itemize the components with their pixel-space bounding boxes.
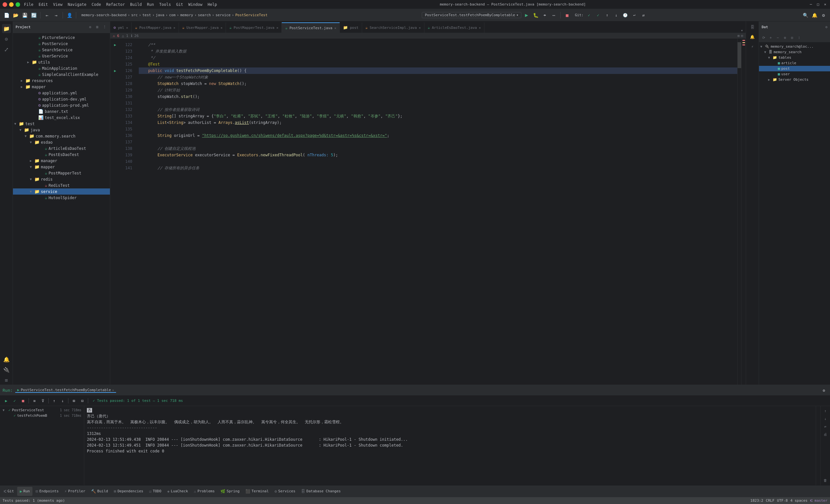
- menu-window[interactable]: Window: [188, 2, 202, 7]
- tree-item-articleesdaotest[interactable]: ☕ ArticleEsDaoTest: [13, 145, 110, 152]
- scroll-down-button[interactable]: ↓: [822, 415, 829, 422]
- breadcrumb-root[interactable]: memory-search-backend: [82, 13, 126, 17]
- breadcrumb-search[interactable]: search: [198, 13, 211, 17]
- soft-wrap-button[interactable]: ⇌: [822, 423, 829, 430]
- db-refresh-button[interactable]: ⟳: [760, 34, 767, 41]
- scroll-thumb[interactable]: [738, 42, 741, 68]
- tab-articleesdaotest-close[interactable]: ✕: [479, 26, 481, 30]
- sidebar-icon-notifications[interactable]: 🔔: [2, 355, 11, 364]
- tab-postmappertest-close[interactable]: ✕: [276, 26, 278, 30]
- tree-item-applicationdevyml[interactable]: ⚙ application-dev.yml: [13, 96, 110, 102]
- tree-item-simplecanalclient[interactable]: ☕ SimpleCanalClientExample: [13, 71, 110, 77]
- tab-postservicetest[interactable]: ☕ PostServiceTest.java ✕: [282, 22, 340, 33]
- menu-tools[interactable]: Tools: [159, 2, 171, 7]
- stop-button[interactable]: ■: [563, 11, 571, 19]
- tab-postmapper[interactable]: ☕ PostMapper.java ✕: [132, 22, 179, 33]
- notifications-sidebar-icon[interactable]: 🔔: [748, 32, 757, 41]
- run-tests-button[interactable]: ✓: [11, 397, 18, 404]
- win-close-icon[interactable]: ✕: [823, 2, 827, 7]
- minimize-button[interactable]: [9, 2, 13, 7]
- tab-searchserviceimpl-close[interactable]: ✕: [419, 26, 421, 30]
- print-button[interactable]: 🖨: [822, 431, 829, 438]
- nav-todo[interactable]: ☑ TODO: [147, 487, 164, 496]
- stop-tests-button[interactable]: ■: [20, 397, 27, 404]
- tree-item-java[interactable]: ▼ 📁 java: [13, 127, 110, 133]
- breadcrumb-file[interactable]: PostServiceTest: [235, 13, 267, 17]
- settings-button[interactable]: ⚙: [820, 11, 827, 19]
- coverage-button[interactable]: ☂: [541, 11, 549, 19]
- user-button[interactable]: 👤: [65, 11, 73, 19]
- status-encoding[interactable]: UTF-8: [777, 499, 788, 503]
- tab-articleesdaotest[interactable]: ☕ ArticleEsDaoTest.java ✕: [424, 22, 484, 33]
- tree-item-esdao[interactable]: ▼ 📁 esdao: [13, 139, 110, 145]
- tree-item-utils[interactable]: ▶ 📁 utils: [13, 59, 110, 65]
- db-table-user[interactable]: ▦ user: [759, 71, 830, 77]
- tree-item-bannertxt[interactable]: 📄 banner.txt: [13, 108, 110, 115]
- breadcrumb-java[interactable]: java: [156, 13, 164, 17]
- menu-refactor[interactable]: Refactor: [106, 2, 125, 7]
- status-indent[interactable]: 4 spaces: [791, 499, 808, 503]
- menu-help[interactable]: Help: [208, 2, 217, 7]
- git-push-button[interactable]: ✓: [595, 12, 602, 19]
- tab-postmappertest[interactable]: ☕ PostMapperTest.java ✕: [226, 22, 282, 33]
- menu-edit[interactable]: Edit: [39, 2, 48, 7]
- rerun-button[interactable]: ▶: [3, 397, 10, 404]
- breadcrumb-com[interactable]: com: [169, 13, 175, 17]
- db-add-button[interactable]: +: [767, 34, 774, 41]
- tree-item-pictureservice[interactable]: ☕ PictureService: [13, 34, 110, 40]
- close-button[interactable]: [3, 2, 7, 7]
- nav-spring[interactable]: 🌿 Spring: [218, 487, 242, 496]
- db-properties-button[interactable]: ⚙: [782, 34, 788, 41]
- menu-file[interactable]: File: [24, 2, 33, 7]
- bottom-scrollbar[interactable]: [816, 406, 820, 485]
- nav-endpoints[interactable]: ⊡ Endpoints: [33, 487, 61, 496]
- breadcrumb-src[interactable]: src: [131, 13, 138, 17]
- run-tab-close[interactable]: ✕: [112, 388, 114, 392]
- db-panel-settings-icon[interactable]: ⚙: [825, 25, 827, 29]
- test-tree-postservicetest[interactable]: ▼ ✓ PostServiceTest 1 sec 718ms: [0, 407, 84, 413]
- tree-item-hutoolspider[interactable]: ☕ HutoolSpider: [13, 195, 110, 201]
- nav-problems[interactable]: ⚠ Problems: [191, 487, 217, 496]
- nav-profiler[interactable]: ⚡ Profiler: [62, 487, 88, 496]
- tab-postmapper-close[interactable]: ✕: [173, 26, 175, 30]
- menu-code[interactable]: Code: [92, 2, 101, 7]
- tree-item-postesdaotest[interactable]: ☕ PostEsDaoTest: [13, 152, 110, 158]
- previous-fail-button[interactable]: ↑: [51, 397, 58, 404]
- tree-item-mapper-res[interactable]: ▶ 📁 mapper: [13, 84, 110, 90]
- win-maximize-icon[interactable]: □: [816, 2, 820, 7]
- db-table-post[interactable]: ▦ post: [759, 66, 830, 71]
- scroll-up-button[interactable]: ↑: [822, 407, 829, 414]
- menu-view[interactable]: View: [53, 2, 63, 7]
- notifications-button[interactable]: 🔔: [810, 11, 818, 19]
- panel-gear-icon[interactable]: ⋮: [101, 24, 107, 30]
- test-tree-fetchpoem[interactable]: ✓ testFetchPoemB 1 sec 718ms: [0, 413, 84, 418]
- tab-searchserviceimpl[interactable]: ☕ SearchServiceImpl.java ✕: [362, 22, 424, 33]
- tree-item-mapper-test[interactable]: ▼ 📁 mapper: [13, 164, 110, 170]
- nav-database[interactable]: 🗄 Database Changes: [298, 487, 343, 496]
- db-schema-button[interactable]: ⫶: [796, 34, 802, 41]
- database-sidebar-icon[interactable]: 🗄: [748, 23, 757, 32]
- nav-services[interactable]: ⚙ Services: [272, 487, 298, 496]
- git-rollback-button[interactable]: ↩: [631, 12, 638, 19]
- tree-item-test[interactable]: ▼ 📁 test: [13, 121, 110, 127]
- run-config-selector[interactable]: PostServiceTest.testFetchPoemByCompletab…: [422, 12, 521, 18]
- tree-item-mainapplication[interactable]: ☕ MainApplication: [13, 65, 110, 71]
- tree-item-manager[interactable]: ▶ 📁 manager: [13, 158, 110, 164]
- tree-item-redistest[interactable]: ☕ RedisTest: [13, 182, 110, 188]
- menu-run[interactable]: Run: [147, 2, 154, 7]
- menu-build[interactable]: Build: [130, 2, 142, 7]
- maximize-button[interactable]: [15, 2, 20, 7]
- tree-item-applicationprodyml[interactable]: ⚙ application-prod.yml: [13, 102, 110, 108]
- tab-more-button[interactable]: ▾: [738, 28, 746, 33]
- nav-git[interactable]: ⑆ Git: [1, 487, 17, 496]
- db-schema-item[interactable]: ▼ 🗄 memory_search: [759, 49, 830, 55]
- menu-git[interactable]: Git: [176, 2, 183, 7]
- db-server-objects[interactable]: ▶ 📁 Server Objects: [759, 77, 830, 83]
- status-git-branch[interactable]: ⑆ master: [810, 499, 827, 503]
- breadcrumb-service[interactable]: service: [216, 13, 230, 17]
- panel-expand-btn[interactable]: ⊞: [738, 34, 740, 38]
- more-run-button[interactable]: ⋯: [550, 11, 558, 19]
- tree-item-userservice[interactable]: ☕ UserService: [13, 53, 110, 59]
- tree-item-excelxlsx[interactable]: 📊 test_excel.xlsx: [13, 115, 110, 121]
- tab-usermapper-close[interactable]: ✕: [220, 26, 222, 30]
